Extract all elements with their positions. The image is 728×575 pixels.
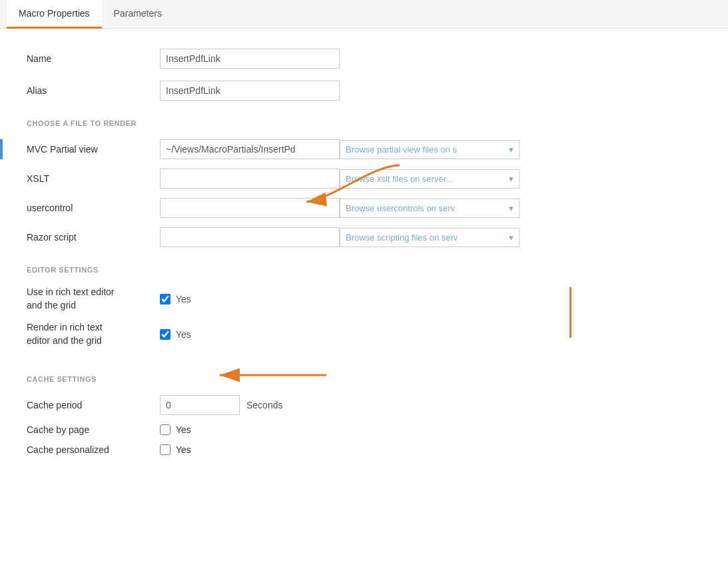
mvc-partial-view-browse[interactable]: Browse partial view files on s ▾ xyxy=(340,140,520,159)
xslt-row: XSLT Browse xslt files on server... ▾ xyxy=(27,169,701,189)
seconds-label: Seconds xyxy=(246,400,282,410)
xslt-label: XSLT xyxy=(27,173,160,184)
xslt-browse-text: Browse xslt files on server... xyxy=(346,174,504,184)
tab-bar: Macro Properties Parameters xyxy=(0,0,728,29)
cache-period-input[interactable] xyxy=(160,395,240,415)
mvc-browse-text: Browse partial view files on s xyxy=(346,145,504,155)
mvc-partial-view-input[interactable] xyxy=(160,139,340,159)
render-in-rich-text-yes-label: Yes xyxy=(176,329,191,340)
use-in-rich-text-row: Use in rich text editorand the grid Yes xyxy=(27,286,699,312)
mvc-partial-view-label: MVC Partial view xyxy=(27,144,160,155)
tab-macro-properties[interactable]: Macro Properties xyxy=(7,0,102,29)
name-input[interactable] xyxy=(160,49,340,69)
editor-section-title: EDITOR SETTINGS xyxy=(27,266,701,274)
name-group: Name xyxy=(27,49,701,69)
render-in-rich-text-label: Render in rich texteditor and the grid xyxy=(27,321,160,347)
cache-personalized-checkbox[interactable] xyxy=(160,444,171,455)
use-in-rich-text-label: Use in rich text editorand the grid xyxy=(27,286,160,312)
render-in-rich-text-checkbox[interactable] xyxy=(160,329,171,340)
xslt-browse[interactable]: Browse xslt files on server... ▾ xyxy=(340,169,520,189)
cache-by-page-row: Cache by page Yes xyxy=(27,424,701,435)
tab-parameters[interactable]: Parameters xyxy=(102,0,174,29)
alias-group: Alias xyxy=(27,81,701,101)
cache-personalized-row: Cache personalized Yes xyxy=(27,444,701,455)
xslt-browse-dropdown-icon: ▾ xyxy=(509,174,514,184)
razor-browse-dropdown-icon: ▾ xyxy=(509,233,514,243)
editor-checkboxes-inner: Use in rich text editorand the grid Yes … xyxy=(27,286,699,356)
alias-input[interactable] xyxy=(160,81,340,101)
use-in-rich-text-checkbox[interactable] xyxy=(160,294,171,304)
usercontrol-browse-text: Browse usercontrols on serv xyxy=(346,203,504,213)
cache-section-title: CACHE SETTINGS xyxy=(27,375,701,383)
use-in-rich-text-yes-label: Yes xyxy=(176,294,191,304)
usercontrol-browse-dropdown-icon: ▾ xyxy=(509,203,514,213)
name-label: Name xyxy=(27,53,160,64)
cache-by-page-checkbox[interactable] xyxy=(160,424,171,435)
alias-label: Alias xyxy=(27,85,160,96)
cache-personalized-yes-label: Yes xyxy=(176,444,191,455)
render-in-rich-text-row: Render in rich texteditor and the grid Y… xyxy=(27,321,699,347)
cache-period-label: Cache period xyxy=(27,400,160,410)
usercontrol-input[interactable] xyxy=(160,198,340,218)
razor-script-browse[interactable]: Browse scripting files on serv ▾ xyxy=(340,228,520,247)
cache-period-row: Cache period Seconds xyxy=(27,395,701,415)
editor-vertical-bar xyxy=(569,287,571,338)
razor-script-input[interactable] xyxy=(160,227,340,247)
razor-script-row: Razor script Browse scripting files on s… xyxy=(27,227,701,247)
usercontrol-row: usercontrol Browse usercontrols on serv … xyxy=(27,198,701,218)
razor-script-label: Razor script xyxy=(27,232,160,243)
main-content: Name Alias CHOOSE A FILE TO RENDER MVC P… xyxy=(0,29,728,484)
file-section-title: CHOOSE A FILE TO RENDER xyxy=(27,119,701,127)
xslt-input[interactable] xyxy=(160,169,340,189)
cache-personalized-label: Cache personalized xyxy=(27,444,160,455)
cache-by-page-label: Cache by page xyxy=(27,424,160,435)
mvc-browse-dropdown-icon: ▾ xyxy=(509,145,514,155)
razor-browse-text: Browse scripting files on serv xyxy=(346,233,504,243)
blue-bar xyxy=(0,139,3,159)
mvc-partial-view-row: MVC Partial view Browse partial view fil… xyxy=(27,139,701,159)
editor-checkboxes: Use in rich text editorand the grid Yes … xyxy=(27,286,701,356)
use-in-rich-text-checkbox-group: Yes xyxy=(160,294,191,304)
cache-by-page-yes-label: Yes xyxy=(176,424,191,435)
usercontrol-browse[interactable]: Browse usercontrols on serv ▾ xyxy=(340,199,520,218)
render-in-rich-text-checkbox-group: Yes xyxy=(160,329,191,340)
usercontrol-label: usercontrol xyxy=(27,203,160,213)
